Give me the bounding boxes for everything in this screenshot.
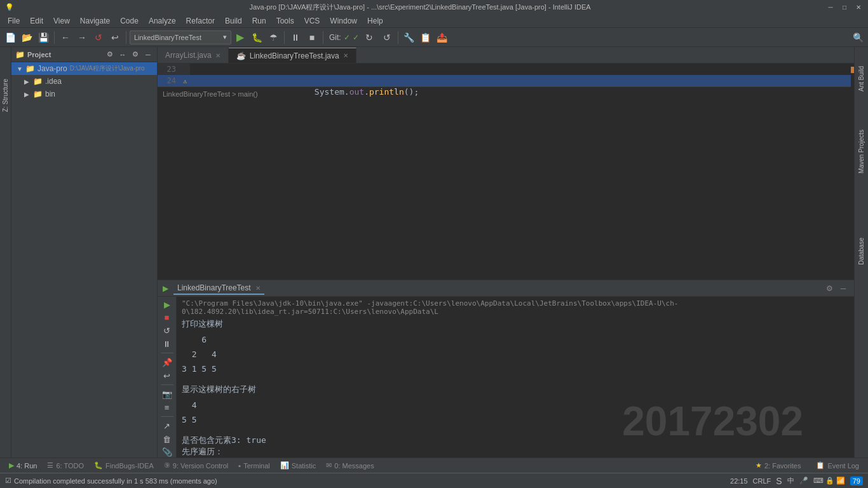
output-line-4: 3 1 5 5 <box>182 364 849 374</box>
database-label[interactable]: Database <box>858 238 865 265</box>
run-pause-button[interactable]: ⏸ <box>161 339 173 349</box>
undo-button[interactable]: ↩ <box>107 30 123 45</box>
run-pin-button[interactable]: 📌 <box>161 357 173 368</box>
tree-item-root[interactable]: ▼ 📁 Java-pro D:\JAVA程序设计\Java-pro <box>11 62 157 75</box>
run-export-button[interactable]: ↗ <box>161 421 173 431</box>
save-button[interactable]: 💾 <box>36 30 51 45</box>
tab-linkedbinary-close[interactable]: ✕ <box>343 52 348 59</box>
run-wrap-button[interactable]: ↩ <box>161 370 173 381</box>
git-update-button[interactable]: ↻ <box>362 30 377 45</box>
cursor-position[interactable]: 22:15 <box>730 477 748 485</box>
menu-build[interactable]: Build <box>220 14 247 28</box>
menu-run[interactable]: Run <box>247 14 271 28</box>
git-revert-button[interactable]: ↺ <box>379 30 395 45</box>
maven-projects-label[interactable]: Maven Projects <box>858 130 865 173</box>
structure-panel-label[interactable]: Z: Structure <box>2 79 9 112</box>
pause-button[interactable]: ■ <box>304 30 320 45</box>
stop-button[interactable]: ⏸ <box>288 30 303 45</box>
dropdown-arrow-icon: ▾ <box>223 33 227 41</box>
menu-bar: File Edit View Navigate Code Analyze Ref… <box>0 14 868 28</box>
title-bar: 💡 Java-pro [D:\JAVA程序设计\Java-pro] - ...\… <box>0 0 868 14</box>
project-tree: ▼ 📁 Java-pro D:\JAVA程序设计\Java-pro ▶ 📁 .i… <box>11 62 157 458</box>
bottom-tab-run[interactable]: ▶ 4: Run <box>4 458 42 473</box>
code-line-23: 23 <box>158 64 854 75</box>
cmd-line: "C:\Program Files\Java\jdk-10\bin\java.e… <box>182 299 849 316</box>
bottom-tab-todo[interactable]: ☰ 6: TODO <box>42 458 89 473</box>
project-minimize-button[interactable]: ─ <box>143 50 153 60</box>
menu-view[interactable]: View <box>48 14 75 28</box>
todo-icon: ☰ <box>47 461 53 470</box>
editor-tab-bar: ArrayList.java ✕ ☕ LinkedBinaryTreeTest.… <box>158 47 854 64</box>
tab-linkedbinary[interactable]: ☕ LinkedBinaryTreeTest.java ✕ <box>229 48 356 63</box>
run-coverage-button[interactable]: ☂ <box>266 30 281 45</box>
project-sync-button[interactable]: ↔ <box>118 50 128 60</box>
output-line-3: 2 4 <box>182 349 849 359</box>
menu-navigate[interactable]: Navigate <box>75 14 115 28</box>
menu-code[interactable]: Code <box>115 14 144 28</box>
menu-refactor[interactable]: Refactor <box>181 14 220 28</box>
run-pin2-button[interactable]: 📎 <box>161 447 173 458</box>
extra-button[interactable]: 📋 <box>418 30 433 45</box>
project-panel-header: 📁 Project ⚙ ↔ ⚙ ─ <box>11 47 157 62</box>
run-tab-linkedbinary[interactable]: LinkedBinaryTreeTest ✕ <box>173 282 264 295</box>
menu-edit[interactable]: Edit <box>25 14 48 28</box>
tab-arraylist[interactable]: ArrayList.java ✕ <box>158 48 229 63</box>
run-minimize-button[interactable]: ─ <box>837 283 849 294</box>
back-button[interactable]: ← <box>58 30 73 45</box>
tree-item-bin[interactable]: ▶ 📁 bin <box>11 88 157 100</box>
output-line-1: 打印这棵树 <box>182 318 849 330</box>
run-settings-button[interactable]: ⚙ <box>824 283 835 294</box>
bottom-tab-statistic[interactable]: 📊 Statistic <box>275 458 322 473</box>
settings-button[interactable]: 🔧 <box>402 30 417 45</box>
run-stop-button[interactable]: ■ <box>161 313 173 323</box>
menu-tools[interactable]: Tools <box>271 14 299 28</box>
share-button[interactable]: 📤 <box>435 30 450 45</box>
bottom-tab-favorites[interactable]: ★ 2: Favorites <box>750 458 806 473</box>
minimize-button[interactable]: ─ <box>826 3 835 11</box>
run-icon: ▶ <box>163 284 168 293</box>
terminal-icon: ▪ <box>238 462 241 470</box>
bottom-tab-findbugs[interactable]: 🐛 FindBugs-IDEA <box>89 458 159 473</box>
line-content-23 <box>190 64 195 75</box>
run-restart-button[interactable]: ↺ <box>161 325 173 336</box>
new-file-button[interactable]: 📄 <box>3 30 18 45</box>
maximize-button[interactable]: □ <box>840 3 849 11</box>
tab-arraylist-close[interactable]: ✕ <box>215 52 220 59</box>
run-button[interactable]: ▶ <box>233 30 248 45</box>
menu-analyze[interactable]: Analyze <box>144 14 181 28</box>
tree-item-idea[interactable]: ▶ 📁 .idea <box>11 75 157 88</box>
open-button[interactable]: 📂 <box>19 30 34 45</box>
ant-build-label[interactable]: Ant Build <box>858 66 865 92</box>
bottom-tab-vcs[interactable]: ⑨ 9: Version Control <box>159 458 233 473</box>
run-play-button[interactable]: ▶ <box>161 299 173 310</box>
run-tab-close-icon[interactable]: ✕ <box>255 285 261 292</box>
run-list-button[interactable]: ≡ <box>161 402 173 413</box>
run-filter-button[interactable]: 🗑 <box>161 434 173 445</box>
menu-help[interactable]: Help <box>362 14 388 28</box>
tab-linkedbinary-icon: ☕ <box>236 51 246 60</box>
run-camera-button[interactable]: 📷 <box>161 389 173 400</box>
run-config-dropdown[interactable]: LinkedBinaryTreeTest ▾ <box>130 30 231 44</box>
forward-button[interactable]: → <box>74 30 90 45</box>
code-line-24: 24 ⚠ System.out.println(); <box>158 75 854 86</box>
menu-window[interactable]: Window <box>325 14 362 28</box>
bottom-tab-terminal[interactable]: ▪ Terminal <box>233 458 275 473</box>
bottom-tab-eventlog[interactable]: 📋 Event Log <box>811 458 864 473</box>
revert-button[interactable]: ↺ <box>91 30 106 45</box>
chinese-label[interactable]: 中 <box>787 476 794 485</box>
run-left-controls: ▶ ■ ↺ ⏸ 📌 ↩ 📷 ≡ ↗ 🗑 📎 <box>158 297 177 458</box>
project-settings-button[interactable]: ⚙ <box>105 50 115 60</box>
line-ending[interactable]: CRLF <box>753 477 771 485</box>
project-gear-button[interactable]: ⚙ <box>130 50 140 60</box>
toolbar-sep-4 <box>323 31 323 44</box>
terminal-text: Terminal <box>243 462 270 470</box>
search-everywhere-button[interactable]: 🔍 <box>850 30 865 45</box>
close-button[interactable]: ✕ <box>854 3 863 11</box>
root-path: D:\JAVA程序设计\Java-pro <box>70 64 145 73</box>
menu-vcs[interactable]: VCS <box>299 14 325 28</box>
run-panel: ▶ LinkedBinaryTreeTest ✕ ⚙ ─ ▶ ■ ↺ <box>158 280 854 458</box>
debug-button[interactable]: 🐛 <box>249 30 264 45</box>
bottom-tab-messages[interactable]: ✉ 0: Messages <box>321 458 379 473</box>
run-controls: ⚙ ─ <box>824 283 849 294</box>
menu-file[interactable]: File <box>3 14 25 28</box>
